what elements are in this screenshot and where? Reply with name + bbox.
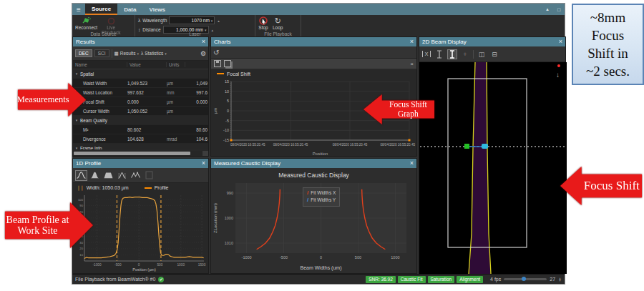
collapse-ribbon-icon[interactable]: ▴ xyxy=(542,4,553,15)
split-horizontal-icon[interactable]: ⊟ xyxy=(489,49,499,59)
profile-1d-panel-header: 1D Profile × xyxy=(73,159,208,168)
tab-source[interactable]: Source xyxy=(85,4,117,15)
results-horizontal-scrollbar[interactable] xyxy=(73,151,208,156)
legend-label-x: Fit Widths X xyxy=(311,190,336,196)
status-badge: Caustic Fit xyxy=(398,276,426,283)
ibeam-selected-icon[interactable] xyxy=(447,49,457,59)
results-data-row[interactable]: Focal Shift0.000µm0.000 xyxy=(73,97,208,107)
caustic-panel-title: Measured Caustic Display xyxy=(214,160,280,167)
export-profile-icon[interactable] xyxy=(143,170,155,181)
status-bar: File Playback from BeamWatch® #0 ✔ SNR: … xyxy=(72,274,565,284)
split-vertical-icon[interactable]: ◫ xyxy=(477,49,487,59)
svg-text:990: 990 xyxy=(227,191,233,195)
chevron-down-icon[interactable]: ▾ xyxy=(73,146,80,149)
beam-2d-view[interactable]: ↓ xyxy=(419,62,567,274)
crosshair-icon[interactable]: + xyxy=(460,49,470,59)
save-icon[interactable] xyxy=(214,60,221,67)
tab-data[interactable]: Data xyxy=(117,4,142,15)
fps-slider[interactable] xyxy=(504,278,547,280)
restore-window-icon[interactable]: □ xyxy=(553,4,565,15)
reset-zoom-icon[interactable]: ↺ xyxy=(213,49,219,56)
svg-text:-5: -5 xyxy=(225,119,229,123)
beam-2d-panel: 2D Beam Display × X + ◫ ⊟ xyxy=(419,36,566,274)
status-badge: Alignment xyxy=(457,276,483,283)
stop-button[interactable]: Stop xyxy=(258,16,268,30)
wavelength-input[interactable]: 1070 nm ▾ xyxy=(169,16,215,24)
dec-button[interactable]: DEC xyxy=(75,49,92,57)
svg-text:08/04/2020 16:55:20.45: 08/04/2020 16:55:20.45 xyxy=(230,143,265,147)
close-icon[interactable]: × xyxy=(410,160,414,167)
results-menu-button[interactable]: ▦ Results ▾ xyxy=(114,51,139,56)
wavelength-stepper[interactable]: ▴ xyxy=(218,19,220,23)
results-data-row[interactable]: Waist Width1,049.523µm1,049 xyxy=(73,79,208,88)
scrollbar-thumb[interactable] xyxy=(74,152,190,155)
statistics-menu-button[interactable]: λ Statistics ▾ xyxy=(141,51,167,56)
wavelength-label: Wavelength xyxy=(142,18,167,23)
results-data-row[interactable]: Waist Location997.632mm997.6 xyxy=(73,88,208,97)
results-group-row[interactable]: ▾Spatial xyxy=(73,69,208,79)
results-data-row[interactable]: Cursor Width1,050.052µm xyxy=(73,107,208,116)
cell-units: mrad xyxy=(167,137,185,142)
close-icon[interactable]: × xyxy=(559,39,562,45)
results-group-row[interactable]: ▾Frame Info xyxy=(73,144,208,149)
svg-text:-500: -500 xyxy=(280,255,288,260)
group-name: Spatial xyxy=(80,71,94,77)
profile-peak-outline-icon[interactable] xyxy=(75,170,87,181)
profile-legend-label: Profile xyxy=(155,185,169,190)
close-icon[interactable]: × xyxy=(202,160,205,167)
charts-panel-title: Charts xyxy=(214,39,231,45)
hamburger-menu-icon[interactable]: ≡ xyxy=(72,4,85,15)
profile-peak-filled-icon[interactable] xyxy=(89,170,101,181)
close-icon[interactable]: × xyxy=(410,39,414,45)
results-data-row[interactable]: Divergence104.628mrad104.6 xyxy=(73,134,208,144)
column-header-name[interactable]: Name xyxy=(73,62,127,67)
loop-label: Loop xyxy=(273,25,283,30)
measure-x-icon[interactable]: X xyxy=(421,49,431,59)
results-table-body: ▾SpatialWaist Width1,049.523µm1,049Waist… xyxy=(73,69,208,149)
scroll-down-arrow-icon[interactable]: ↓ xyxy=(556,71,560,79)
beam-profile-annotation-arrow: Beam Profile at Work Site xyxy=(5,202,93,248)
frame-counter-stepper[interactable]: ▲▼ xyxy=(558,277,562,281)
cell-units: µm xyxy=(167,99,185,104)
multi-peak-icon[interactable] xyxy=(130,170,142,181)
legend-swatch-y: / xyxy=(307,197,308,204)
status-badge: Saturation xyxy=(428,276,455,283)
slider-thumb[interactable] xyxy=(522,277,526,281)
group-name: Frame Info xyxy=(80,146,102,150)
column-header-value[interactable]: Value xyxy=(127,62,167,67)
results-group-row[interactable]: ▾Beam Quality xyxy=(73,116,208,125)
grid-icon: ▦ xyxy=(114,51,119,56)
copy-icon[interactable] xyxy=(224,60,231,67)
arrow-text: Graph xyxy=(398,109,419,119)
results-panel-title: Results xyxy=(76,39,95,45)
width-marker-right[interactable] xyxy=(482,144,488,149)
chevron-down-icon[interactable]: ▾ xyxy=(73,118,80,122)
reconnect-button[interactable]: Reconnect xyxy=(75,16,97,30)
ibeam-icon[interactable] xyxy=(434,49,444,59)
profile-peak-markers-icon[interactable] xyxy=(116,170,128,181)
group-label-file-playback: File Playback xyxy=(255,31,301,36)
beam-2d-panel-header: 2D Beam Display × xyxy=(419,37,565,46)
cell-value: 997.632 xyxy=(127,90,167,95)
close-icon[interactable]: × xyxy=(202,39,205,45)
profile-flattop-filled-icon[interactable] xyxy=(102,170,114,181)
group-label-laser: Laser xyxy=(135,31,255,36)
note-line: Focus xyxy=(592,26,624,44)
cell-units: µm xyxy=(167,81,185,86)
chevron-down-icon[interactable]: ▾ xyxy=(73,71,80,76)
ribbon-group-data-source: Reconnect Live Playback Data Source xyxy=(72,15,135,36)
results-data-row[interactable]: M²80.60280.60 xyxy=(73,125,208,134)
svg-text:ZLocation (mm): ZLocation (mm) xyxy=(213,203,218,233)
svg-text:Position: Position xyxy=(313,152,328,156)
profile-1d-chart-svg[interactable]: 102030405060708090100-1000-5000500100015… xyxy=(73,192,208,272)
tab-views[interactable]: Views xyxy=(142,4,172,15)
gear-icon[interactable]: ⚙ xyxy=(200,50,206,57)
loop-button[interactable]: ↻ Loop xyxy=(273,16,283,30)
focus-shift-note-box: ~8mm Focus Shift in ~2 secs. xyxy=(572,4,644,85)
cell-extra: 997.6 xyxy=(185,90,208,95)
close-icon[interactable]: × xyxy=(410,61,414,67)
sci-button[interactable]: SCI xyxy=(94,49,109,57)
legend-line-swatch xyxy=(145,187,152,189)
width-marker-left[interactable] xyxy=(464,144,469,149)
column-header-units[interactable]: Units xyxy=(167,62,185,67)
